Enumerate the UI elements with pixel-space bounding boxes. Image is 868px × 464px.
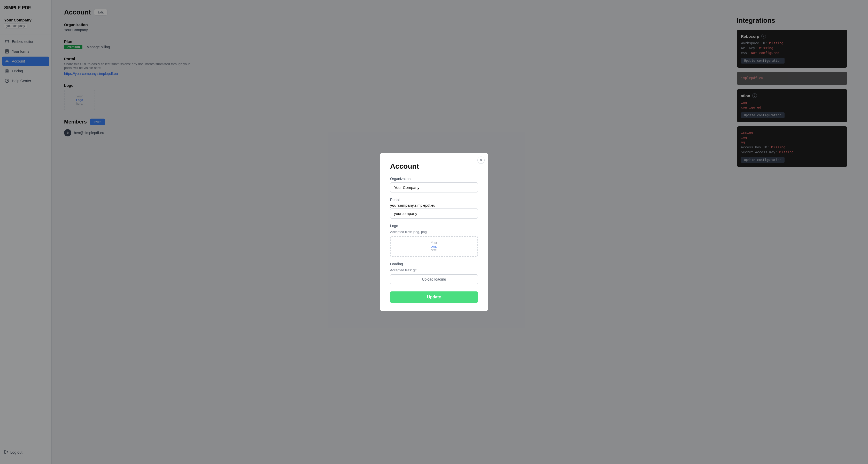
modal-loading-accepted: Accepted files: gif (390, 268, 416, 272)
update-button[interactable]: Update (390, 291, 478, 303)
modal-portal-input[interactable] (390, 209, 478, 219)
modal-overlay[interactable]: × Account Organization Portal yourcompan… (0, 0, 868, 464)
portal-prefix-bold: yourcompany (390, 203, 414, 208)
modal-organization-group: Organization (390, 177, 478, 192)
modal-logo-placeholder: Your Logo here. (390, 236, 478, 257)
portal-prefix-plain: .simplepdf.eu (414, 203, 435, 208)
upload-loading-button[interactable]: Upload loading (390, 274, 478, 284)
modal-portal-prefix: yourcompany.simplepdf.eu (390, 203, 478, 208)
modal-logo-text: Logo (431, 245, 438, 248)
modal-portal-group: Portal yourcompany.simplepdf.eu (390, 198, 478, 219)
modal-logo-here: here. (430, 248, 437, 252)
modal-logo-your: Your (431, 241, 437, 245)
account-modal: × Account Organization Portal yourcompan… (380, 153, 488, 311)
modal-loading-label: Loading (390, 262, 478, 266)
modal-portal-label: Portal (390, 198, 478, 202)
modal-close-button[interactable]: × (477, 157, 485, 164)
modal-loading-group: Loading Accepted files: gif Upload loadi… (390, 262, 478, 284)
modal-logo-accepted: Accepted files: jpeg, png (390, 230, 427, 234)
modal-title: Account (390, 162, 478, 171)
modal-logo-group: Logo Accepted files: jpeg, png Your Logo… (390, 224, 478, 257)
modal-organization-input[interactable] (390, 182, 478, 192)
modal-logo-label: Logo (390, 224, 478, 228)
modal-organization-label: Organization (390, 177, 478, 181)
